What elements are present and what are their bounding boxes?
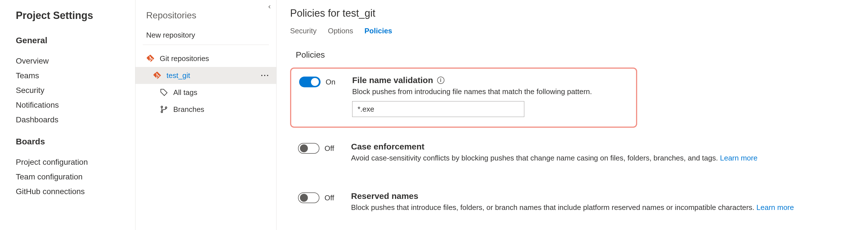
more-actions-icon[interactable]: ··· [261, 71, 270, 80]
project-settings-sidebar: Project Settings General Overview Teams … [0, 0, 135, 230]
nav-github-connections[interactable]: GitHub connections [16, 184, 124, 199]
repositories-panel: ‹ Repositories New repository Git reposi… [135, 0, 277, 230]
toggle-state-label: Off [324, 144, 334, 153]
section-heading-boards: Boards [16, 137, 124, 146]
repositories-title: Repositories [146, 10, 276, 21]
toggle-state-label: On [326, 78, 336, 86]
policy-title-text: Case enforcement [351, 142, 425, 151]
tree-label: All tags [173, 88, 276, 97]
tab-security[interactable]: Security [290, 27, 317, 37]
toggle-state-label: Off [324, 194, 334, 202]
policies-section-heading: Policies [296, 50, 857, 60]
main-content: Policies for test_git Security Options P… [277, 0, 868, 230]
toggle-file-name-validation[interactable] [299, 77, 320, 87]
svg-point-1 [161, 111, 163, 113]
policy-reserved-names: Off Reserved names Block pushes that int… [290, 184, 857, 227]
branch-icon [160, 105, 168, 114]
tree-item-branches[interactable]: Branches [135, 101, 276, 118]
policy-description: Avoid case-sensitivity conflicts by bloc… [351, 154, 718, 162]
git-repo-icon [146, 54, 155, 63]
tab-policies[interactable]: Policies [365, 27, 392, 37]
divider [143, 45, 269, 45]
policy-case-enforcement: Off Case enforcement Avoid case-sensitiv… [290, 135, 857, 177]
learn-more-link[interactable]: Learn more [720, 154, 757, 162]
nav-dashboards[interactable]: Dashboards [16, 112, 124, 127]
toggle-reserved-names[interactable] [298, 193, 319, 203]
project-settings-title: Project Settings [16, 9, 124, 22]
tag-icon [160, 88, 168, 97]
policy-title-text: Reserved names [351, 191, 418, 201]
tree-label: Git repositories [160, 54, 276, 63]
nav-teams[interactable]: Teams [16, 68, 124, 83]
policy-description: Block pushes from introducing file names… [352, 87, 628, 96]
git-repo-icon [153, 71, 161, 80]
nav-overview[interactable]: Overview [16, 54, 124, 68]
section-heading-general: General [16, 36, 124, 45]
nav-project-configuration[interactable]: Project configuration [16, 155, 124, 170]
svg-point-2 [165, 107, 167, 109]
file-name-pattern-input[interactable] [352, 101, 524, 117]
collapse-panel-icon[interactable]: ‹ [267, 2, 272, 11]
svg-point-0 [161, 106, 163, 108]
nav-notifications[interactable]: Notifications [16, 98, 124, 112]
new-repository-button[interactable]: New repository [146, 31, 276, 39]
tree-item-git-repositories[interactable]: Git repositories [135, 50, 276, 67]
learn-more-link[interactable]: Learn more [756, 203, 794, 212]
tree-item-test-git[interactable]: test_git ··· [135, 67, 276, 84]
tab-bar: Security Options Policies [290, 27, 857, 37]
tab-options[interactable]: Options [328, 27, 353, 37]
policy-description: Block pushes that introduce files, folde… [351, 203, 754, 212]
nav-team-configuration[interactable]: Team configuration [16, 170, 124, 184]
info-icon[interactable]: i [437, 77, 444, 84]
page-title: Policies for test_git [290, 7, 857, 19]
policy-title-text: File name validation [352, 76, 433, 85]
policy-file-name-validation: On File name validation i Block pushes f… [290, 67, 637, 128]
tree-label: Branches [173, 105, 276, 114]
toggle-case-enforcement[interactable] [298, 143, 319, 154]
nav-security[interactable]: Security [16, 83, 124, 98]
tree-item-all-tags[interactable]: All tags [135, 84, 276, 101]
tree-label: test_git [166, 71, 261, 80]
